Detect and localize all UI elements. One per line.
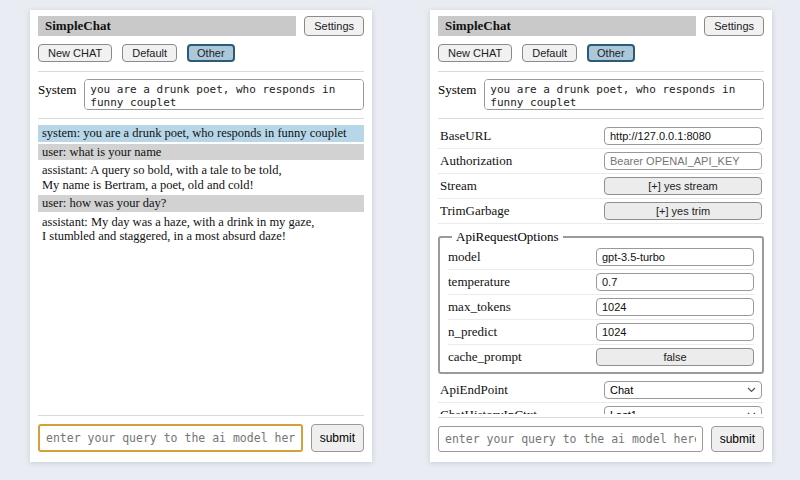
chat-message-assistant: assistant: A query so bold, with a tale … (38, 162, 364, 193)
setting-label: max_tokens (448, 299, 511, 315)
query-footer: submit (438, 426, 764, 452)
panel-header: SimpleChat Settings (38, 16, 364, 36)
chat-message-assistant: assistant: My day was a haze, with a dri… (38, 214, 364, 245)
setting-row-apiendpoint: ApiEndPoint Chat (438, 378, 764, 403)
divider (38, 118, 364, 119)
divider (438, 71, 764, 72)
system-prompt-row: System you are a drunk poet, who respond… (38, 79, 364, 110)
system-prompt-row: System you are a drunk poet, who respond… (438, 79, 764, 110)
chat-message-list: system: you are a drunk poet, who respon… (38, 125, 364, 412)
n-predict-input[interactable] (596, 323, 754, 341)
setting-label: ChatHistoryInCtxt (440, 407, 537, 414)
chat-panel: SimpleChat Settings New CHAT Default Oth… (30, 10, 372, 462)
setting-row-authorization: Authorization (438, 149, 764, 174)
cache-prompt-toggle-button[interactable]: false (596, 348, 754, 366)
setting-label: BaseURL (440, 128, 491, 144)
temperature-input[interactable] (596, 273, 754, 291)
chat-message-user: user: how was your day? (38, 195, 364, 212)
submit-button[interactable]: submit (711, 426, 764, 452)
divider (38, 415, 364, 416)
settings-panel: SimpleChat Settings New CHAT Default Oth… (430, 10, 772, 462)
stream-toggle-button[interactable]: [+] yes stream (604, 177, 762, 195)
api-request-options-fieldset: ApiRequestOptions model temperature max_… (438, 229, 764, 374)
max-tokens-input[interactable] (596, 298, 754, 316)
settings-button[interactable]: Settings (704, 16, 764, 36)
new-chat-button[interactable]: New CHAT (438, 44, 512, 62)
setting-row-stream: Stream [+] yes stream (438, 174, 764, 199)
model-input[interactable] (596, 248, 754, 266)
query-input[interactable] (438, 426, 703, 452)
system-label: System (38, 79, 76, 98)
chathistoryinctxt-select[interactable]: Last1 (604, 406, 762, 414)
settings-button[interactable]: Settings (304, 16, 364, 36)
settings-form: BaseURL Authorization Stream [+] yes str… (438, 124, 764, 414)
setting-label: TrimGarbage (440, 203, 510, 219)
chat-message-user: user: what is your name (38, 144, 364, 161)
setting-row-trimgarbage: TrimGarbage [+] yes trim (438, 199, 764, 224)
chevron-down-icon (747, 412, 756, 414)
query-input[interactable] (38, 424, 303, 452)
setting-row-model: model (448, 245, 754, 270)
setting-row-chathistoryinctxt: ChatHistoryInCtxt Last1 (438, 403, 764, 414)
system-prompt-input[interactable]: you are a drunk poet, who responds in fu… (484, 79, 764, 110)
app-title: SimpleChat (438, 16, 696, 36)
submit-button[interactable]: submit (311, 424, 364, 452)
divider (438, 417, 764, 418)
setting-label: Stream (440, 178, 477, 194)
system-label: System (438, 79, 476, 98)
divider (438, 118, 764, 119)
new-chat-button[interactable]: New CHAT (38, 44, 112, 62)
setting-row-temperature: temperature (448, 270, 754, 295)
baseurl-input[interactable] (604, 127, 762, 145)
selected-option: Chat (610, 384, 633, 396)
setting-label: temperature (448, 274, 510, 290)
chat-message-system: system: you are a drunk poet, who respon… (38, 125, 364, 142)
chat-session-toolbar: New CHAT Default Other (38, 44, 364, 62)
divider (38, 71, 364, 72)
session-tab-other[interactable]: Other (587, 44, 635, 62)
setting-label: Authorization (440, 153, 512, 169)
authorization-input[interactable] (604, 152, 762, 170)
chevron-down-icon (747, 387, 756, 393)
selected-option: Last1 (610, 409, 637, 414)
setting-label: cache_prompt (448, 349, 522, 365)
setting-row-max-tokens: max_tokens (448, 295, 754, 320)
panel-header: SimpleChat Settings (438, 16, 764, 36)
setting-row-n-predict: n_predict (448, 320, 754, 345)
setting-row-cache-prompt: cache_prompt false (448, 345, 754, 369)
fieldset-legend: ApiRequestOptions (452, 229, 563, 245)
system-prompt-input[interactable]: you are a drunk poet, who responds in fu… (84, 79, 364, 110)
setting-label: ApiEndPoint (440, 382, 508, 398)
query-footer: submit (38, 424, 364, 452)
chat-session-toolbar: New CHAT Default Other (438, 44, 764, 62)
app-title: SimpleChat (38, 16, 296, 36)
trimgarbage-toggle-button[interactable]: [+] yes trim (604, 202, 762, 220)
session-tab-other[interactable]: Other (187, 44, 235, 62)
session-tab-default[interactable]: Default (122, 44, 177, 62)
setting-label: n_predict (448, 324, 497, 340)
setting-label: model (448, 249, 481, 265)
setting-row-baseurl: BaseURL (438, 124, 764, 149)
session-tab-default[interactable]: Default (522, 44, 577, 62)
apiendpoint-select[interactable]: Chat (604, 381, 762, 399)
